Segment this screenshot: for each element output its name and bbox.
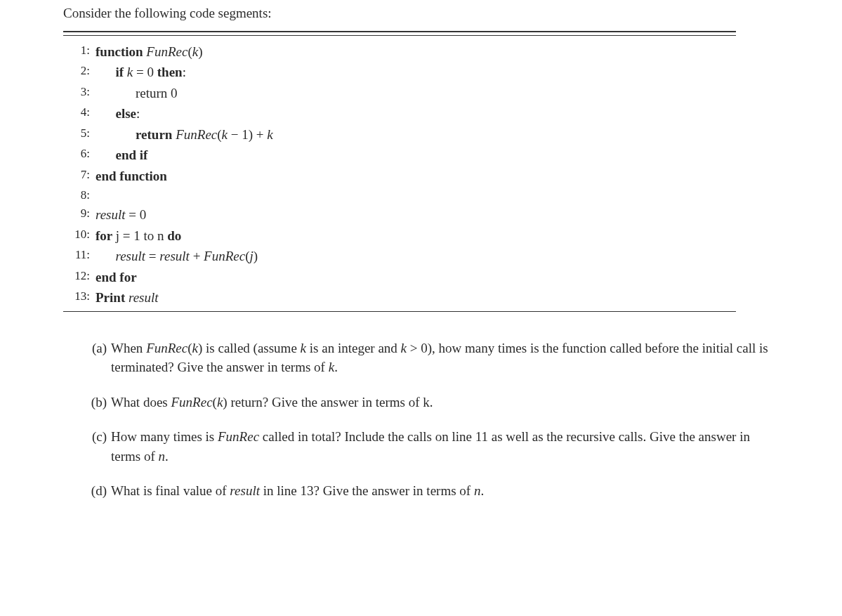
alg-code: for j = 1 to n do — [96, 225, 181, 246]
alg-code: return 0 — [96, 83, 178, 103]
question-body: What does FunRec(k) return? Give the ans… — [111, 393, 779, 412]
alg-code: end for — [96, 267, 137, 287]
line-number: 7: — [63, 166, 96, 186]
page: Consider the following code segments: 1:… — [0, 0, 842, 616]
alg-line: 1:function FunRec(k) — [63, 41, 736, 62]
alg-line: 11: result = result + FunRec(j) — [63, 246, 736, 266]
line-number: 3: — [63, 83, 96, 103]
alg-line: 4: else: — [63, 103, 736, 124]
alg-line: 8: — [63, 186, 736, 204]
question-label: (a) — [77, 339, 111, 377]
line-number: 10: — [63, 225, 96, 246]
line-number: 5: — [63, 124, 96, 145]
alg-code: else: — [96, 103, 140, 124]
line-number: 12: — [63, 267, 96, 287]
question-body: What is final value of result in line 13… — [111, 481, 779, 501]
algorithm-lines: 1:function FunRec(k)2: if k = 0 then:3: … — [63, 40, 736, 311]
question: (d)What is final value of result in line… — [77, 481, 779, 501]
question-label: (c) — [77, 427, 111, 466]
alg-code: return FunRec(k − 1) + k — [96, 124, 273, 145]
alg-line: 9:result = 0 — [63, 204, 736, 225]
line-number: 6: — [63, 145, 96, 165]
question-body: When FunRec(k) is called (assume k is an… — [111, 339, 779, 377]
line-number: 8: — [63, 186, 96, 204]
question-label: (b) — [77, 393, 111, 412]
alg-code: end function — [96, 166, 167, 186]
alg-line: 10:for j = 1 to n do — [63, 225, 736, 246]
alg-code: end if — [96, 145, 147, 165]
alg-line: 2: if k = 0 then: — [63, 62, 736, 82]
alg-code: result = result + FunRec(j) — [96, 246, 258, 266]
line-number: 9: — [63, 204, 96, 225]
question: (c)How many times is FunRec called in to… — [77, 427, 779, 466]
alg-line: 13:Print result — [63, 287, 736, 308]
alg-code: if k = 0 then: — [96, 62, 186, 82]
line-number: 11: — [63, 246, 96, 266]
alg-code: Print result — [96, 287, 159, 308]
rule-thin — [63, 35, 736, 36]
intro-text: Consider the following code segments: — [63, 6, 779, 21]
alg-line: 3: return 0 — [63, 83, 736, 103]
algorithm-block: 1:function FunRec(k)2: if k = 0 then:3: … — [63, 31, 736, 312]
line-number: 2: — [63, 62, 96, 82]
question-label: (d) — [77, 481, 111, 501]
alg-line: 7:end function — [63, 166, 736, 186]
alg-line: 5: return FunRec(k − 1) + k — [63, 124, 736, 145]
question-list: (a)When FunRec(k) is called (assume k is… — [77, 339, 779, 501]
line-number: 4: — [63, 103, 96, 124]
line-number: 13: — [63, 287, 96, 308]
line-number: 1: — [63, 41, 96, 62]
alg-line: 6: end if — [63, 145, 736, 165]
question: (b)What does FunRec(k) return? Give the … — [77, 393, 779, 412]
alg-line: 12:end for — [63, 267, 736, 287]
question-body: How many times is FunRec called in total… — [111, 427, 779, 466]
alg-code: function FunRec(k) — [96, 41, 203, 62]
alg-code: result = 0 — [96, 204, 146, 225]
question: (a)When FunRec(k) is called (assume k is… — [77, 339, 779, 377]
